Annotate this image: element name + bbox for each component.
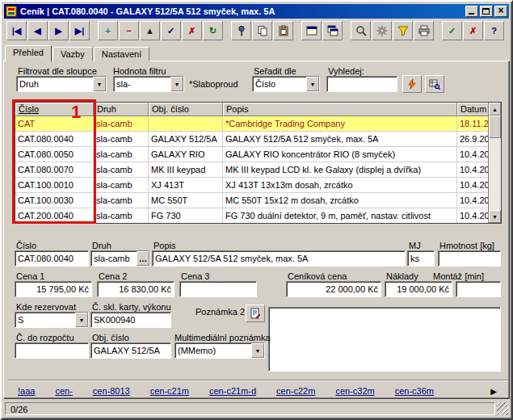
ok-button[interactable]: ✓ [442,21,462,40]
filter-value-text: sla- [114,77,170,91]
table-row[interactable]: CAT.080.0070sla-cambMK III keypadMK III … [15,162,488,178]
table-cell: *Cambridge Trading Company [223,116,457,131]
settings-button[interactable] [372,21,392,40]
filter-button[interactable] [393,21,413,40]
paste-button[interactable] [273,21,293,40]
print-button[interactable] [414,21,434,40]
record-link[interactable]: cen-c21m-d [209,386,256,396]
table-row[interactable]: CAT.100.0010sla-cambXJ 413TXJ 413T 13x13… [15,178,488,193]
quick-search-button[interactable] [402,75,422,93]
search-button[interactable] [351,21,371,40]
druh-combo[interactable]: sla-camb … [90,250,150,267]
poznamka2-button[interactable] [246,304,265,322]
mj-field[interactable]: ks [407,250,435,267]
nav-last-button[interactable]: ▶| [69,21,90,40]
maximize-button[interactable] [480,6,493,17]
table-row[interactable]: CAT.080.0040sla-cambGALAXY 512/5AGALAXY … [15,132,488,147]
chevron-down-icon[interactable]: ▼ [251,343,264,358]
skl-karta-field[interactable]: SK000940 [90,312,171,328]
record-link[interactable]: cen-8013 [93,386,130,396]
gear-icon [376,25,388,36]
obj-cislo-field[interactable]: GALAXY 512/5A [90,342,171,359]
table-cell: sla-camb [94,147,149,162]
mj-label: MJ [409,241,421,250]
nav-next-button[interactable]: ▶ [48,21,69,40]
table-cell: 10.4.20 [457,162,488,177]
column-header-druh[interactable]: Druh [94,103,149,116]
close-cancel-button[interactable]: ✗ [463,21,483,40]
table-row[interactable]: CAT.080.0050sla-cambGALAXY RIOGALAXY RIO… [15,147,488,162]
post-record-button[interactable]: ✓ [161,21,181,40]
filter-column-label: Filtrovat dle sloupce [18,66,97,76]
note-edit-icon [250,308,261,319]
browse-list-button[interactable] [425,75,444,93]
table-cell: XJ 413T [149,178,223,192]
rozpocet-field[interactable] [15,342,89,359]
cenikova-cena-field[interactable]: 22 000,00 Kč [286,281,381,297]
tab-vazby[interactable]: Vazby [53,47,93,61]
record-link[interactable]: !aaa [18,386,35,396]
montaz-field[interactable] [456,281,501,297]
pin-button[interactable] [231,21,251,40]
scrollbar-thumb[interactable] [489,116,501,138]
cancel-record-button[interactable]: ✗ [182,21,202,40]
table-row[interactable]: CAT.200.0040sla-cambFG 730FG 730 duální … [15,208,488,223]
cislo-field[interactable]: CAT.080.0040 [15,250,89,267]
nav-prev-button[interactable]: ◀ [27,21,48,40]
help-button[interactable]: ? [484,21,504,40]
refresh-button[interactable]: ↻ [203,21,223,40]
cena1-field[interactable]: 15 795,00 Kč [15,281,92,297]
chevron-down-icon[interactable]: ▼ [306,77,319,91]
minimize-button[interactable] [465,6,478,17]
naklady-field[interactable]: 19 000,00 Kč [385,281,452,297]
cislo-label: Číslo [16,241,36,250]
record-link[interactable]: cen-c36m [395,386,434,396]
popis-field[interactable]: GALAXY 512/5A 512 smyček, max. 5A [152,250,406,267]
filter-column-select[interactable]: Druh ▼ [16,76,107,92]
column-header-cislo[interactable]: Číslo [15,103,94,116]
window-copy-icon [306,25,317,36]
table-row[interactable]: CAT.100.0030sla-cambMC 550TMC 550T 15x12… [15,193,488,208]
record-link[interactable]: cen-c21m [150,386,189,396]
record-link[interactable]: cen-c22m [276,386,315,396]
column-header-popis[interactable]: Popis [223,103,457,116]
tab-prehled[interactable]: Přehled [5,45,52,62]
mmemo-combo[interactable]: (MMemo) ▼ [175,342,265,359]
kde-rezervovat-combo[interactable]: S ▼ [15,312,89,328]
scroll-down-icon[interactable]: ▼ [489,210,501,223]
sort-select[interactable]: Číslo ▼ [252,76,320,92]
search-input[interactable] [326,76,397,92]
copy-window-button[interactable] [301,21,322,40]
copy-button[interactable] [252,21,272,40]
record-link[interactable]: cen-c32m [335,386,374,396]
hmotnost-field[interactable] [438,250,501,267]
cena2-field[interactable]: 16 830,00 Kč [97,281,175,297]
edit-record-button[interactable]: ▲ [140,21,160,40]
delete-record-button[interactable]: − [119,21,139,40]
insert-record-button[interactable]: + [98,21,118,40]
column-header-datum[interactable]: Datum [457,103,488,116]
chevron-down-icon[interactable]: ▼ [170,77,183,91]
column-header-obj-cislo[interactable]: Obj. číslo [149,103,223,116]
table-cell: GALAXY 512/5A 512 smyček, max. 5A [223,132,457,146]
paste-window-button[interactable] [322,21,343,40]
record-link[interactable]: cen- [55,386,72,396]
poznamka2-label: Poznámka 2 [196,307,245,317]
poznamka2-memo[interactable] [268,307,501,372]
record-counter: 0/26 [5,402,495,415]
title-bar[interactable]: Ceník | CAT.080.0040 - GALAXY 512/5A 512… [4,4,509,19]
table-row[interactable]: CATsla-camb*Cambridge Trading Company18.… [15,116,488,132]
ellipsis-icon[interactable]: … [137,251,149,266]
nav-first-icon: |◀ [12,27,22,36]
cena3-field[interactable] [179,281,257,297]
chevron-down-icon[interactable]: ▼ [75,313,88,327]
links-next-icon[interactable]: ▶ [490,387,497,396]
vertical-scrollbar[interactable]: ▲ ▼ [488,103,501,223]
tab-nastaveni[interactable]: Nastavení [94,47,150,61]
close-button[interactable]: × [494,6,507,17]
filter-value-select[interactable]: sla- ▼ [113,76,184,92]
scroll-up-icon[interactable]: ▲ [489,103,501,116]
resize-grip[interactable] [497,402,508,415]
nav-first-button[interactable]: |◀ [6,21,27,40]
chevron-down-icon[interactable]: ▼ [93,77,106,91]
